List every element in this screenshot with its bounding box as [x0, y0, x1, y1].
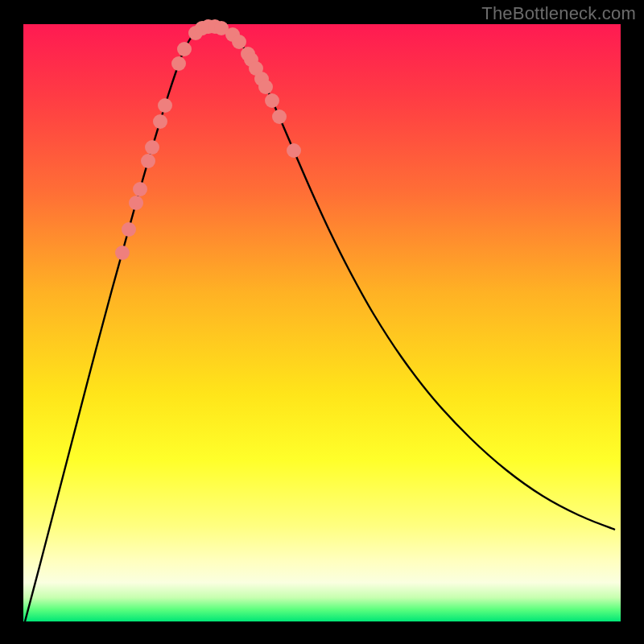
data-marker: [287, 143, 301, 158]
data-marker: [145, 140, 159, 155]
data-marker: [232, 35, 246, 49]
chart-svg: [23, 24, 621, 621]
data-marker: [158, 98, 172, 113]
curve-line: [25, 27, 615, 621]
data-marker: [258, 80, 273, 94]
watermark-label: TheBottleneck.com: [481, 3, 636, 24]
data-marker: [133, 182, 147, 196]
plot-area: [23, 24, 621, 621]
data-marker: [177, 42, 192, 56]
markers: [115, 19, 301, 260]
data-marker: [272, 109, 287, 124]
data-marker: [141, 154, 155, 168]
data-marker: [129, 196, 143, 210]
data-marker: [115, 246, 130, 260]
data-marker: [171, 56, 186, 71]
data-marker: [153, 114, 167, 129]
data-marker: [265, 93, 279, 108]
data-marker: [122, 222, 136, 237]
